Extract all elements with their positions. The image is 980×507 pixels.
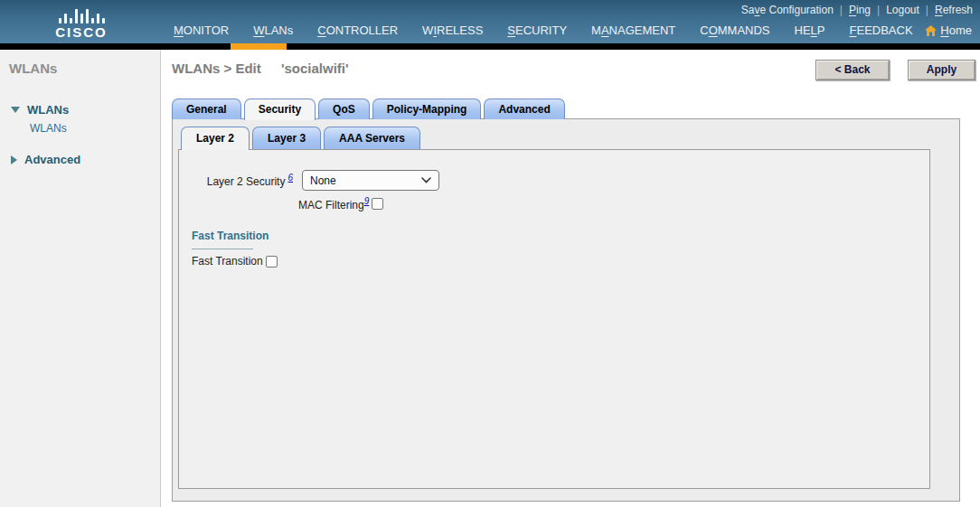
- sidebar: WLANs WLANs WLANs Advanced: [0, 50, 161, 507]
- nav-management[interactable]: MANAGEMENT: [591, 23, 675, 37]
- apply-button[interactable]: Apply: [908, 60, 975, 80]
- nav-help[interactable]: HELP: [795, 23, 825, 37]
- nav-feedback[interactable]: FEEDBACK: [850, 23, 913, 37]
- nav-wireless[interactable]: WIRELESS: [422, 23, 483, 37]
- subtab-layer3[interactable]: Layer 3: [252, 127, 321, 149]
- ping-link[interactable]: Ping: [849, 4, 871, 16]
- fast-transition-label: Fast Transition: [192, 255, 263, 268]
- footnote-link-9[interactable]: 9: [364, 196, 370, 206]
- nav-wlans[interactable]: WLANs: [253, 23, 293, 37]
- layer2-panel: Layer 2 Security6 None MAC Filtering9 Fa…: [178, 149, 930, 489]
- separator: |: [926, 4, 928, 16]
- main-content: WLANs > Edit 'socialwifi' < Back Apply G…: [161, 50, 980, 507]
- section-divider: [192, 249, 253, 249]
- layer2-security-select[interactable]: None: [302, 170, 439, 191]
- breadcrumb: WLANs > Edit: [172, 61, 261, 76]
- security-tab-container: Layer 2 Layer 3 AAA Servers Layer 2 Secu…: [172, 118, 960, 502]
- tab-general[interactable]: General: [172, 99, 241, 119]
- sidebar-tree: WLANs WLANs Advanced: [0, 99, 160, 170]
- nav-underline-strip: [0, 43, 980, 50]
- tab-policy-mapping[interactable]: Policy-Mapping: [372, 99, 482, 119]
- utility-bar: Save Configuration | Ping | Logout | Ref…: [741, 4, 973, 16]
- wlc-admin-page: CISCO Save Configuration | Ping | Logout…: [0, 0, 980, 507]
- tab-security[interactable]: Security: [244, 99, 316, 120]
- subtab-layer2[interactable]: Layer 2: [181, 127, 250, 150]
- triangle-down-icon: [11, 107, 20, 113]
- layer2-security-label: Layer 2 Security6: [179, 173, 293, 188]
- refresh-link[interactable]: Refresh: [935, 4, 973, 16]
- home-icon: [925, 25, 937, 36]
- selected-option: None: [310, 174, 336, 187]
- sidebar-item-wlans[interactable]: WLANs: [0, 99, 160, 120]
- logout-link[interactable]: Logout: [886, 4, 919, 16]
- triangle-right-icon: [11, 155, 17, 164]
- cisco-logo-icon: [45, 5, 118, 23]
- cisco-logo-text: CISCO: [45, 24, 118, 40]
- separator: |: [877, 4, 880, 16]
- mac-filtering-row: MAC Filtering9: [298, 196, 929, 211]
- fast-transition-section-title: Fast Transition: [192, 230, 929, 242]
- page-title: WLANs > Edit 'socialwifi': [172, 61, 349, 76]
- home-link[interactable]: Home: [925, 23, 972, 37]
- fast-transition-checkbox[interactable]: [266, 256, 278, 268]
- nav-commands[interactable]: COMMANDS: [700, 23, 769, 37]
- sidebar-title: WLANs: [9, 61, 160, 76]
- sidebar-item-advanced[interactable]: Advanced: [0, 149, 160, 170]
- cisco-logo: CISCO: [45, 5, 118, 40]
- sidebar-item-wlans-child[interactable]: WLANs: [0, 120, 160, 140]
- layer2-security-row: Layer 2 Security6 None: [179, 170, 929, 191]
- chevron-down-icon: [421, 177, 431, 183]
- subtab-aaa-servers[interactable]: AAA Servers: [324, 127, 420, 149]
- mac-filtering-checkbox[interactable]: [372, 198, 383, 210]
- active-nav-indicator: [231, 43, 287, 50]
- separator: |: [840, 4, 843, 16]
- nav-monitor[interactable]: MONITOR: [174, 23, 229, 37]
- save-configuration-link[interactable]: Save Configuration: [741, 4, 834, 16]
- fast-transition-row: Fast Transition: [192, 255, 929, 268]
- nav-controller[interactable]: CONTROLLER: [317, 23, 398, 37]
- footnote-link-6[interactable]: 6: [287, 173, 293, 183]
- mac-filtering-label: MAC Filtering9: [298, 196, 369, 211]
- nav-security[interactable]: SECURITY: [507, 23, 567, 37]
- security-subtabs: Layer 2 Layer 3 AAA Servers: [181, 127, 420, 150]
- main-nav: MONITOR WLANs CONTROLLER WIRELESS SECURI…: [174, 23, 913, 37]
- tab-qos[interactable]: QoS: [318, 99, 370, 119]
- back-button[interactable]: < Back: [815, 60, 890, 80]
- wlan-name: 'socialwifi': [281, 61, 349, 76]
- edit-tabs: General Security QoS Policy-Mapping Adva…: [172, 99, 565, 120]
- tab-advanced[interactable]: Advanced: [484, 99, 564, 119]
- top-banner: CISCO Save Configuration | Ping | Logout…: [0, 0, 980, 43]
